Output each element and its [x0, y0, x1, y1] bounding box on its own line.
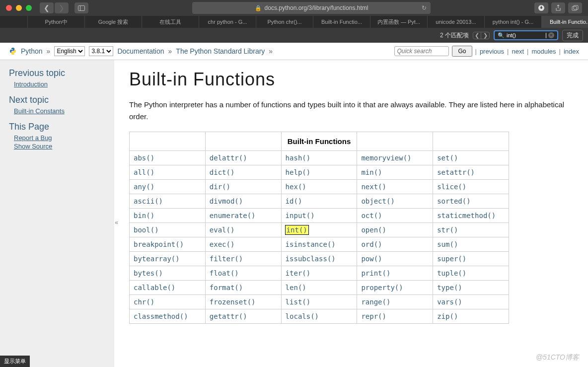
- function-link[interactable]: repr(): [361, 312, 386, 320]
- python-link[interactable]: Python: [21, 47, 43, 55]
- index-link[interactable]: index: [564, 48, 579, 55]
- reload-button[interactable]: ↻: [422, 4, 427, 11]
- function-link[interactable]: pow(): [361, 255, 382, 263]
- function-link[interactable]: bin(): [134, 212, 154, 220]
- function-link[interactable]: staticmethod(): [437, 212, 496, 220]
- function-link[interactable]: ord(): [361, 240, 382, 248]
- function-link[interactable]: object(): [361, 197, 394, 205]
- function-link[interactable]: exec(): [210, 240, 235, 248]
- function-link[interactable]: bytes(): [134, 269, 163, 277]
- function-link[interactable]: hash(): [286, 154, 311, 162]
- share-button[interactable]: [551, 2, 565, 13]
- back-button[interactable]: ❮: [40, 2, 54, 13]
- function-link[interactable]: slice(): [437, 183, 466, 191]
- find-input[interactable]: 🔍 int() ✕: [494, 30, 558, 40]
- function-link[interactable]: all(): [134, 168, 154, 176]
- function-link[interactable]: locals(): [286, 312, 319, 320]
- function-link[interactable]: oct(): [361, 212, 382, 220]
- browser-tab[interactable]: python int() - G...: [485, 16, 542, 28]
- next-topic-link[interactable]: Built-in Constants: [14, 107, 105, 115]
- function-link[interactable]: issubclass(): [286, 255, 336, 263]
- function-link[interactable]: isinstance(): [286, 240, 336, 248]
- browser-tab[interactable]: 内置函数 — Pyt...: [370, 16, 428, 28]
- function-link[interactable]: print(): [361, 269, 390, 277]
- function-link[interactable]: input(): [286, 212, 315, 220]
- function-link[interactable]: bytearray(): [134, 255, 180, 263]
- function-link[interactable]: tuple(): [437, 269, 466, 277]
- minimize-window-button[interactable]: [16, 5, 22, 11]
- function-link[interactable]: float(): [210, 269, 239, 277]
- browser-tab[interactable]: 在线工具: [142, 16, 199, 28]
- function-link[interactable]: len(): [286, 284, 306, 292]
- quick-search-input[interactable]: [394, 46, 449, 56]
- function-link[interactable]: dict(): [210, 168, 235, 176]
- main-content[interactable]: Built-in Functions The Python interprete…: [114, 60, 588, 367]
- function-link[interactable]: open(): [361, 226, 386, 234]
- documentation-link[interactable]: Documentation: [117, 47, 164, 55]
- function-link[interactable]: abs(): [134, 154, 154, 162]
- function-link[interactable]: breakpoint(): [134, 240, 184, 248]
- stdlib-link[interactable]: The Python Standard Library: [176, 47, 265, 55]
- function-link[interactable]: format(): [210, 284, 243, 292]
- function-link[interactable]: type(): [437, 284, 462, 292]
- previous-topic-link[interactable]: Introduction: [14, 80, 105, 88]
- function-link[interactable]: classmethod(): [134, 312, 188, 320]
- find-next-button[interactable]: ❯: [481, 32, 489, 39]
- browser-tab[interactable]: Python中: [28, 16, 85, 28]
- function-link[interactable]: set(): [437, 154, 458, 162]
- function-link[interactable]: divmod(): [210, 197, 243, 205]
- next-link[interactable]: next: [512, 48, 524, 55]
- browser-tab[interactable]: Built-in Functio...: [542, 16, 588, 28]
- function-link[interactable]: bool(): [134, 226, 159, 234]
- version-select[interactable]: 3.8.1: [89, 46, 113, 56]
- sidebar-toggle-button[interactable]: [74, 2, 88, 13]
- function-link[interactable]: list(): [286, 298, 311, 306]
- browser-tab[interactable]: Built-in Functio...: [313, 16, 370, 28]
- function-link[interactable]: setattr(): [437, 168, 475, 176]
- function-link[interactable]: dir(): [210, 183, 230, 191]
- find-prev-button[interactable]: ❮: [473, 32, 481, 39]
- report-bug-link[interactable]: Report a Bug: [14, 134, 105, 142]
- previous-link[interactable]: previous: [480, 48, 504, 55]
- function-link[interactable]: eval(): [210, 226, 235, 234]
- function-link[interactable]: property(): [361, 284, 403, 292]
- show-source-link[interactable]: Show Source: [14, 143, 105, 150]
- function-link[interactable]: zip(): [437, 312, 458, 320]
- function-link[interactable]: sum(): [437, 240, 458, 248]
- browser-tab[interactable]: Python chr()...: [256, 16, 313, 28]
- clear-find-button[interactable]: ✕: [548, 32, 554, 38]
- close-window-button[interactable]: [6, 5, 12, 11]
- function-link[interactable]: delattr(): [210, 154, 247, 162]
- function-link[interactable]: iter(): [286, 269, 311, 277]
- tabs-button[interactable]: [568, 2, 582, 13]
- function-link[interactable]: memoryview(): [361, 154, 411, 162]
- function-link[interactable]: hex(): [286, 183, 306, 191]
- function-link[interactable]: ascii(): [134, 197, 163, 205]
- url-bar[interactable]: 🔒 docs.python.org/3/library/functions.ht…: [92, 2, 530, 14]
- zoom-window-button[interactable]: [26, 5, 32, 11]
- find-done-button[interactable]: 完成: [562, 30, 583, 41]
- browser-tab[interactable]: Google 搜索: [85, 16, 142, 28]
- function-link[interactable]: str(): [437, 226, 458, 234]
- function-link[interactable]: callable(): [134, 284, 175, 292]
- function-link[interactable]: frozenset(): [210, 298, 256, 306]
- modules-link[interactable]: modules: [531, 48, 556, 55]
- function-link[interactable]: getattr(): [210, 312, 247, 320]
- collapse-sidebar-button[interactable]: «: [115, 219, 118, 226]
- function-link[interactable]: super(): [437, 255, 466, 263]
- go-button[interactable]: Go: [452, 46, 472, 57]
- function-link[interactable]: vars(): [437, 298, 462, 306]
- function-link[interactable]: id(): [286, 197, 302, 205]
- function-link[interactable]: next(): [361, 183, 386, 191]
- function-link[interactable]: range(): [361, 298, 390, 306]
- function-link[interactable]: enumerate(): [210, 212, 256, 220]
- show-menu-button[interactable]: 显示菜单: [0, 356, 30, 367]
- function-link[interactable]: any(): [134, 183, 154, 191]
- browser-tab[interactable]: chr python - G...: [199, 16, 256, 28]
- browser-tab[interactable]: unicode 20013...: [428, 16, 485, 28]
- language-select[interactable]: English: [54, 46, 85, 56]
- function-link[interactable]: min(): [361, 168, 382, 176]
- function-link[interactable]: filter(): [210, 255, 243, 263]
- function-link[interactable]: int(): [286, 225, 308, 234]
- download-button[interactable]: [534, 2, 548, 13]
